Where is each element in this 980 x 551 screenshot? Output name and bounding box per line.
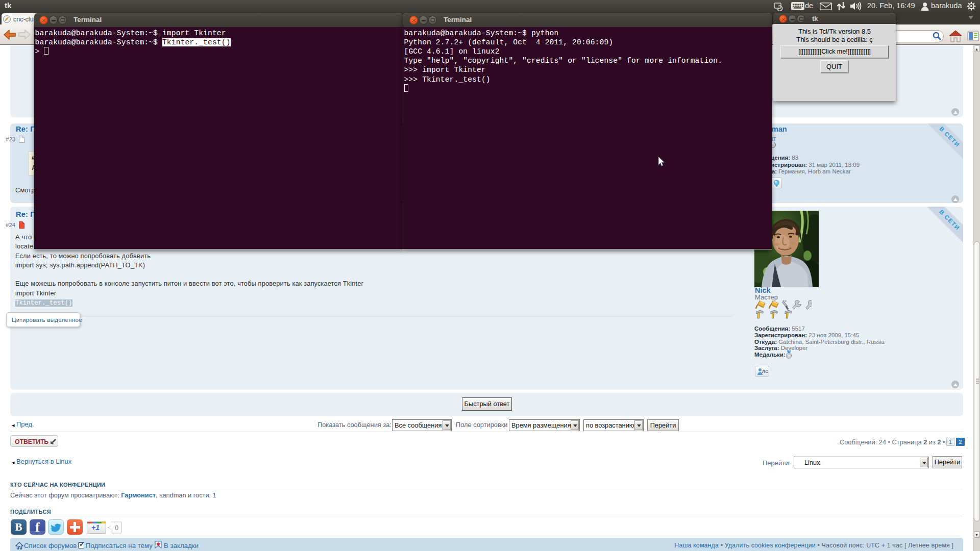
svg-text:0: 0 xyxy=(115,524,118,532)
svg-text:✱: ✱ xyxy=(156,542,160,547)
